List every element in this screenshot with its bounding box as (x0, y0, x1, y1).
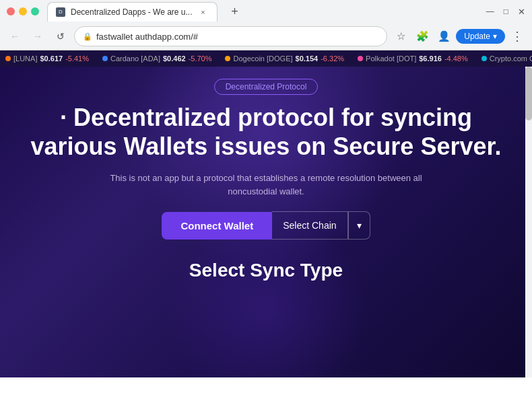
more-options-button[interactable]: ⋮ (508, 27, 527, 46)
ticker-item-cro: Crypto.com Chain [CR (481, 54, 532, 63)
title-bar: D Decentralized Dapps - We are u... × + … (0, 0, 532, 23)
select-sync-title: Select Sync Type (189, 260, 343, 281)
tab-close-button[interactable]: × (198, 7, 209, 17)
hero-subtitle: This is not an app but a protocol that e… (64, 172, 468, 198)
back-button[interactable]: ← (5, 27, 24, 46)
update-button[interactable]: Update ▾ (456, 29, 505, 44)
close-icon[interactable]: ✕ (518, 7, 525, 17)
connect-wallet-button[interactable]: Connect Wallet (162, 212, 272, 240)
cro-dot (481, 56, 487, 61)
address-bar[interactable]: 🔒 fastwallet authdapp.com/# (74, 26, 387, 46)
tab-favicon: D (56, 7, 65, 17)
maximize-window-button[interactable] (31, 7, 39, 15)
badge-text: Decentralized Protocol (226, 82, 307, 92)
url-display: fastwallet authdapp.com/# (96, 32, 198, 42)
update-label: Update (464, 32, 490, 41)
browser-chrome: D Decentralized Dapps - We are u... × + … (0, 0, 532, 50)
ticker-item-ada: Cardano [ADA] $0.462 -5.70% (102, 54, 212, 63)
star-button[interactable]: ☆ (391, 27, 410, 46)
restore-icon[interactable]: □ (504, 7, 508, 16)
minimize-window-button[interactable] (19, 7, 27, 15)
toolbar-right: ☆ 🧩 👤 Update ▾ ⋮ (391, 27, 527, 46)
update-dropdown-icon: ▾ (493, 32, 497, 41)
lock-icon: 🔒 (83, 32, 92, 41)
ada-dot (102, 56, 108, 61)
tab-title: Decentralized Dapps - We are u... (71, 7, 193, 17)
address-bar-row: ← → ↺ 🔒 fastwallet authdapp.com/# ☆ 🧩 👤 … (0, 23, 532, 50)
ticker-item-luna: [LUNA] $0.617 -5.41% (5, 54, 89, 63)
active-tab[interactable]: D Decentralized Dapps - We are u... × (47, 2, 218, 22)
page-content: Decentralized Protocol · Decentralized p… (0, 67, 532, 377)
doge-dot (225, 56, 230, 61)
select-chain-group: Select Chain ▾ (272, 211, 370, 240)
extension-button[interactable]: 🧩 (413, 27, 432, 46)
select-chain-dropdown-button[interactable]: ▾ (349, 211, 370, 240)
minimize-icon[interactable]: — (486, 7, 494, 16)
select-chain-button[interactable]: Select Chain (272, 211, 347, 240)
dot-dot (358, 56, 363, 61)
reload-button[interactable]: ↺ (51, 27, 70, 46)
forward-button[interactable]: → (28, 27, 47, 46)
new-tab-button[interactable]: + (226, 2, 244, 21)
decentralized-protocol-badge: Decentralized Protocol (214, 79, 319, 95)
cta-row: Connect Wallet Select Chain ▾ (162, 211, 370, 240)
close-window-button[interactable] (7, 7, 15, 15)
dropdown-chevron-icon: ▾ (357, 220, 362, 231)
profile-button[interactable]: 👤 (434, 27, 453, 46)
luna-dot (5, 56, 11, 61)
ticker-item-doge: Dogecoin [DOGE] $0.154 -6.32% (225, 54, 344, 63)
ticker-bar: [LUNA] $0.617 -5.41% Cardano [ADA] $0.46… (0, 50, 532, 67)
window-controls (7, 7, 39, 15)
hero-title: · Decentralized protocol for syncing var… (10, 103, 522, 161)
ticker-item-dot: Polkadot [DOT] $6.916 -4.48% (358, 54, 468, 63)
scrollbar-thumb[interactable] (525, 67, 532, 120)
scrollbar-track[interactable] (525, 67, 532, 377)
